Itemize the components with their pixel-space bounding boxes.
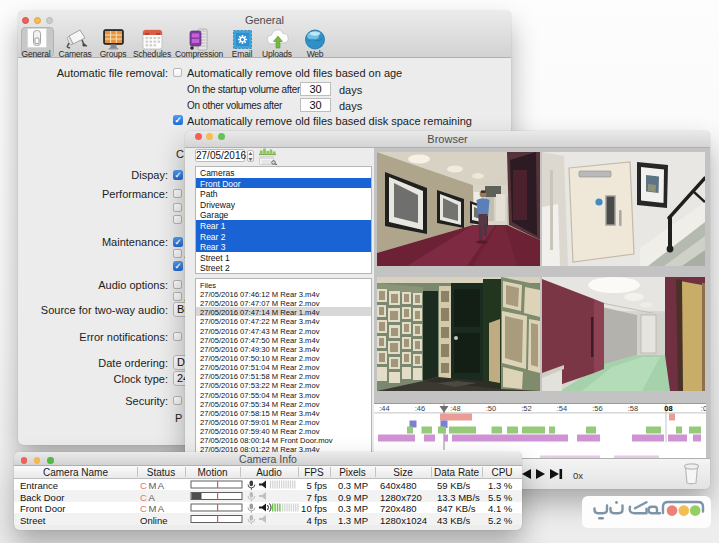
svg-text::48: :48: [450, 404, 460, 413]
svg-text::46: :46: [415, 404, 425, 413]
svg-text::52: :52: [521, 404, 531, 413]
svg-text::58: :58: [628, 404, 638, 413]
svg-text::0: :0: [701, 404, 706, 413]
svg-text:08: 08: [664, 404, 672, 413]
svg-text::56: :56: [592, 404, 602, 413]
svg-text::54: :54: [557, 404, 567, 413]
svg-text::44: :44: [379, 404, 389, 413]
svg-text::50: :50: [486, 404, 496, 413]
